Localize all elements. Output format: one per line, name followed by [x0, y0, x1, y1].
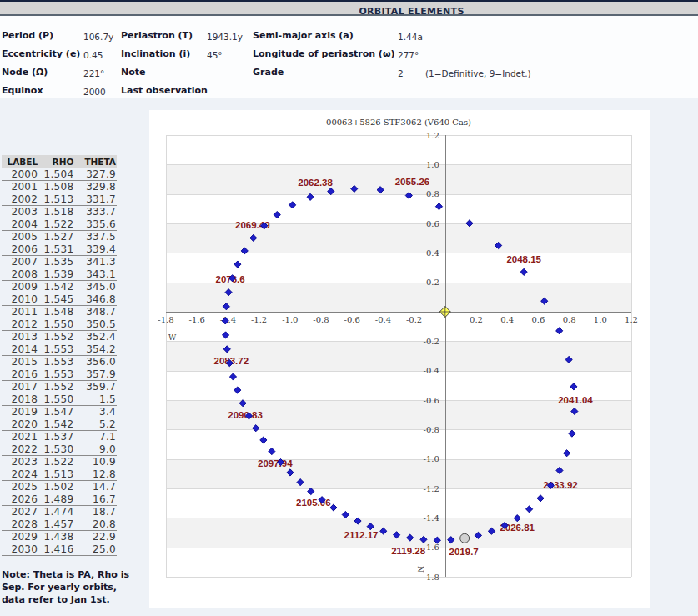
plot-band	[166, 489, 631, 518]
table-cell: 1.553	[38, 356, 74, 368]
table-cell: 2009	[2, 281, 38, 293]
table-row: 20301.41625.0	[2, 543, 117, 556]
y-axis-title: N	[416, 566, 424, 573]
table-cell: 350.5	[74, 318, 117, 331]
column-header-rho: RHO	[38, 155, 74, 168]
table-cell: 2012	[2, 318, 38, 331]
table-cell: 2000	[2, 168, 38, 181]
table-cell: 1.474	[38, 506, 74, 518]
table-cell: 1.550	[38, 393, 74, 406]
param-value: 1943.1y	[207, 31, 243, 43]
orbital-parameters: Period (P)106.7yPeriastron (T)1943.1ySem…	[0, 16, 698, 98]
table-row: 20191.5473.4	[2, 406, 117, 418]
table-cell: 1.547	[38, 406, 74, 418]
table-cell: 352.4	[74, 331, 117, 343]
x-tick-label: 0.4	[500, 315, 514, 324]
table-cell: 1.552	[38, 381, 74, 393]
orbit-plot: 00063+5826 STF3062 (V640 Cas)-1.8-1.6-1.…	[149, 110, 650, 608]
table-cell: 1.513	[38, 193, 74, 206]
table-cell: 327.9	[74, 168, 117, 181]
param-label: Inclination (i)	[121, 48, 190, 60]
param-label: Semi-major axis (a)	[253, 30, 354, 42]
x-tick-label: 0.6	[531, 315, 545, 324]
footnote-line: data refer to Jan 1st.	[2, 593, 129, 606]
table-cell: 1.502	[38, 481, 74, 493]
table-row: 20111.548348.7	[2, 306, 117, 318]
x-tick-label: -1.0	[282, 315, 298, 324]
table-cell: 1.531	[38, 243, 74, 256]
table-cell: 1.552	[38, 331, 74, 343]
table-cell: 2001	[2, 181, 38, 193]
point-label: 2048.15	[506, 254, 541, 264]
table-row: 20051.527337.5	[2, 231, 117, 243]
y-tick-label: -0.2	[424, 337, 439, 346]
param-label: Last observation	[121, 85, 208, 97]
table-row: 20261.48916.7	[2, 493, 117, 506]
table-row: 20271.47418.7	[2, 506, 117, 518]
table-row: 20161.553357.9	[2, 368, 117, 381]
table-cell: 2021	[2, 431, 38, 443]
point-label: 2090.83	[228, 410, 263, 420]
y-tick-label: 1.8	[426, 573, 439, 582]
table-cell: 1.457	[38, 518, 74, 531]
table-cell: 2025	[2, 481, 38, 493]
x-tick-label: -0.8	[313, 315, 329, 324]
param-label: Longitude of periastron (ω)	[253, 48, 394, 60]
column-header-theta: THETA	[74, 155, 117, 168]
table-cell: 5.2	[74, 418, 117, 431]
table-row: 20041.522335.6	[2, 218, 117, 231]
table-cell: 2005	[2, 231, 38, 243]
point-label: 2119.28	[391, 546, 426, 556]
table-cell: 1.548	[38, 306, 74, 318]
param-label: Grade	[253, 67, 284, 78]
table-cell: 2030	[2, 543, 38, 556]
table-cell: 2029	[2, 531, 38, 543]
point-label: 2105.06	[296, 498, 331, 508]
table-cell: 343.1	[74, 268, 117, 281]
param-label: Node (Ω)	[2, 67, 48, 78]
table-cell: 22.9	[74, 531, 117, 543]
x-tick-label: -1.8	[158, 315, 173, 324]
table-cell: 2023	[2, 456, 38, 468]
param-value: 0.45	[83, 49, 103, 61]
table-cell: 1.527	[38, 231, 74, 243]
table-cell: 335.6	[74, 218, 117, 231]
x-tick-label: 1.2	[625, 315, 638, 324]
table-cell: 2022	[2, 443, 38, 456]
table-row: 20231.52210.9	[2, 456, 117, 468]
table-header-row: LABELRHOTHETA	[2, 155, 117, 168]
y-tick-label: 0.8	[426, 189, 439, 198]
table-row: 20291.43822.9	[2, 531, 117, 543]
param-value: 277°	[398, 49, 419, 61]
point-label: 2112.17	[344, 530, 379, 540]
param-value: 1.44a	[398, 31, 423, 43]
table-cell: 2004	[2, 218, 38, 231]
table-cell: 1.416	[38, 543, 74, 556]
table-cell: 2013	[2, 331, 38, 343]
param-value: 2000	[83, 86, 106, 98]
plot-band	[166, 136, 631, 165]
table-cell: 341.3	[74, 256, 117, 268]
table-cell: 356.0	[74, 356, 117, 368]
y-tick-label: -1.2	[424, 484, 439, 493]
table-cell: 2016	[2, 368, 38, 381]
param-value: 2	[398, 68, 404, 79]
table-cell: 2006	[2, 243, 38, 256]
y-tick-label: -1.4	[424, 513, 439, 523]
table-cell: 2024	[2, 468, 38, 481]
table-cell: 1.553	[38, 343, 74, 356]
table-row: 20131.552352.4	[2, 331, 117, 343]
x-tick-label: -0.4	[375, 315, 391, 324]
table-row: 20201.5425.2	[2, 418, 117, 431]
table-cell: 2010	[2, 293, 38, 306]
table-cell: 1.504	[38, 168, 74, 181]
ephemerides-table: LABELRHOTHETA20001.504327.920011.508329.…	[2, 155, 117, 556]
x-axis-title: W	[168, 333, 177, 342]
column-header-label: LABEL	[2, 155, 38, 168]
y-tick-label: -1.6	[424, 543, 439, 552]
table-cell: 1.545	[38, 293, 74, 306]
param-label: Equinox	[2, 85, 43, 97]
y-tick-label: 1.0	[426, 160, 439, 169]
point-label: 2041.04	[558, 395, 593, 405]
table-row: 20091.542345.0	[2, 281, 117, 293]
